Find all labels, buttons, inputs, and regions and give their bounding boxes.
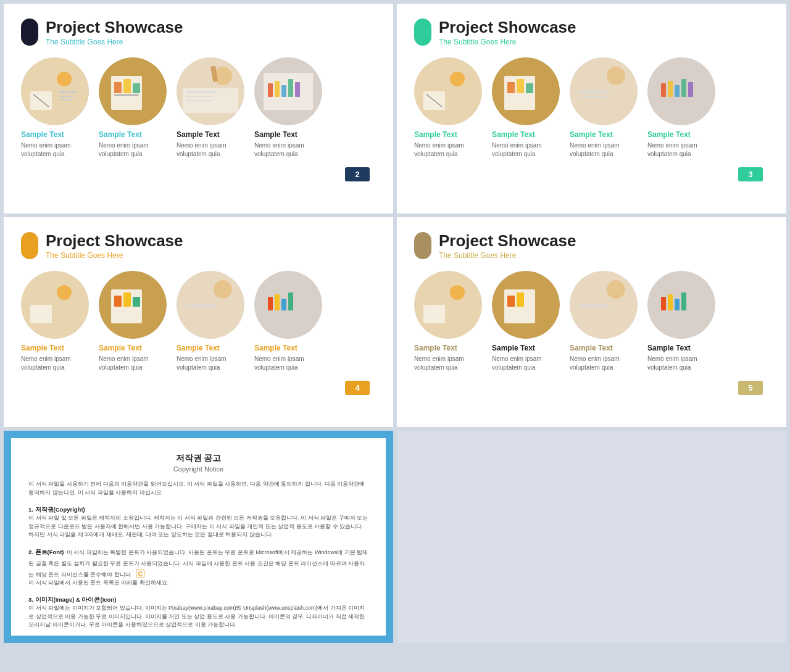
svg-rect-11	[133, 83, 140, 93]
item-desc: Nemo enim ipsam voluptatem quia	[647, 355, 715, 372]
slide-1-title: Project Showcase	[46, 19, 183, 36]
item-label: Sample Text	[647, 344, 691, 352]
copyright-label-1: 1. 저작권(Copyright)	[28, 506, 85, 513]
svg-rect-42	[668, 81, 673, 97]
svg-rect-9	[114, 82, 122, 93]
slide-4-img-4	[647, 271, 715, 339]
slide-4: Project Showcase The Subtitle Goes Here …	[397, 217, 786, 427]
svg-point-55	[214, 280, 232, 299]
list-item: Sample Text Nemo enim ipsam voluptatem q…	[492, 57, 560, 159]
svg-rect-47	[30, 305, 52, 323]
item-desc: Nemo enim ipsam voluptatem quia	[647, 141, 715, 159]
item-desc: Nemo enim ipsam voluptatem quia	[21, 355, 89, 372]
svg-rect-23	[275, 81, 280, 97]
list-item: Sample Text Nemo enim ipsam voluptatem q…	[21, 271, 89, 372]
item-desc: Nemo enim ipsam voluptatem quia	[414, 355, 482, 372]
item-label: Sample Text	[21, 344, 64, 352]
slide-2-subtitle: The Subtitle Goes Here	[439, 38, 576, 46]
svg-rect-71	[579, 305, 610, 307]
slide-2: Project Showcase The Subtitle Goes Here …	[397, 4, 786, 214]
copyright-title-kr: 저작권 공고	[28, 453, 368, 464]
svg-point-3	[57, 72, 72, 86]
slide-4-img-1	[414, 271, 482, 339]
slide-4-subtitle: The Subtitle Goes Here	[439, 251, 576, 260]
svg-point-70	[607, 280, 625, 299]
svg-point-62	[414, 271, 482, 339]
copyright-title-en: Copyright Notice	[28, 465, 368, 473]
svg-rect-18	[186, 96, 214, 97]
item-label: Sample Text	[414, 344, 457, 352]
copyright-text-1: 이 서식 파일 및 모든 파일은 제작자의 소유입니다. 제작자는 이 서식 파…	[28, 514, 368, 539]
slide-1-img-1	[21, 57, 89, 125]
svg-rect-67	[507, 296, 515, 307]
list-item: Sample Text Nemo enim ipsam voluptatem q…	[177, 271, 244, 372]
c-logo: C	[136, 570, 144, 578]
svg-rect-61	[288, 292, 293, 310]
svg-rect-44	[681, 79, 686, 97]
slide-4-title-block: Project Showcase The Subtitle Goes Here	[439, 232, 576, 260]
svg-rect-25	[288, 79, 293, 97]
slide-1-img-4	[254, 57, 322, 125]
slide-3-title-block: Project Showcase The Subtitle Goes Here	[46, 232, 183, 260]
copyright-section-1: 1. 저작권(Copyright) 이 서식 파일 및 모든 파일은 제작자의 …	[28, 503, 368, 539]
list-item: Sample Text Nemo enim ipsam voluptatem q…	[177, 57, 244, 159]
item-desc: Nemo enim ipsam voluptatem quia	[570, 355, 638, 372]
slide-3-img-3	[177, 271, 244, 339]
slide-2-img-3	[570, 57, 638, 125]
slide-4-badge	[414, 232, 431, 259]
svg-rect-60	[281, 299, 286, 310]
svg-rect-24	[281, 85, 286, 97]
svg-rect-73	[661, 297, 666, 310]
list-item: Sample Text Nemo enim ipsam voluptatem q…	[99, 57, 167, 159]
svg-rect-33	[507, 82, 515, 93]
list-item: Sample Text Nemo enim ipsam voluptatem q…	[254, 57, 322, 159]
copyright-footer: 이 서식 파일을 사용하기 전에 다음의 이용약관을 읽어보십시오. 이 서식 …	[28, 636, 368, 636]
slide-3-images: Sample Text Nemo enim ipsam voluptatem q…	[21, 271, 376, 372]
item-desc: Nemo enim ipsam voluptatem quia	[99, 141, 167, 159]
item-desc: Nemo enim ipsam voluptatem quia	[492, 355, 560, 372]
svg-rect-34	[517, 79, 524, 93]
slide-3-title: Project Showcase	[46, 232, 183, 250]
slide-2-title-block: Project Showcase The Subtitle Goes Here	[439, 19, 576, 46]
list-item: Sample Text Nemo enim ipsam voluptatem q…	[647, 271, 715, 372]
slide-4-footer: 5	[414, 381, 769, 396]
item-label: Sample Text	[254, 344, 297, 352]
page-number-2: 3	[738, 167, 763, 181]
list-item: Sample Text Nemo enim ipsam voluptatem q…	[570, 271, 638, 372]
slide-4-images: Sample Text Nemo enim ipsam voluptatem q…	[414, 271, 769, 372]
slide-1-title-block: Project Showcase The Subtitle Goes Here	[46, 19, 183, 46]
slide-3-subtitle: The Subtitle Goes Here	[46, 251, 183, 260]
svg-rect-45	[688, 82, 693, 97]
slide-2-img-4	[647, 57, 715, 125]
item-label: Sample Text	[647, 130, 691, 139]
svg-rect-68	[517, 292, 524, 307]
svg-rect-6	[59, 99, 72, 101]
main-grid: Project Showcase The Subtitle Goes Here …	[0, 0, 790, 647]
copyright-section-3: 3. 이미지(Image) & 아이콘(Icon) 이 서식 파일에는 이미지가…	[28, 593, 368, 629]
slide-4-header: Project Showcase The Subtitle Goes Here	[414, 232, 769, 260]
svg-rect-52	[123, 292, 131, 307]
item-desc: Nemo enim ipsam voluptatem quia	[21, 141, 89, 159]
copyright-section-2: 2. 폰트(Font) 이 서식 파일에는 특별한 폰트가 사용되었습니다. 사…	[28, 545, 368, 587]
item-desc: Nemo enim ipsam voluptatem quia	[492, 141, 560, 159]
slide-2-badge	[414, 19, 431, 46]
slide-2-header: Project Showcase The Subtitle Goes Here	[414, 19, 769, 46]
copyright-inner: 저작권 공고 Copyright Notice 이 서식 파일을 사용하기 전에…	[11, 438, 386, 636]
slide-3-header: Project Showcase The Subtitle Goes Here	[21, 232, 376, 260]
item-label: Sample Text	[99, 130, 142, 139]
item-label: Sample Text	[177, 130, 220, 139]
chevrons-3	[372, 381, 376, 396]
svg-rect-4	[58, 91, 77, 93]
slide-2-footer: 3	[414, 167, 769, 182]
list-item: Sample Text Nemo enim ipsam voluptatem q…	[99, 271, 167, 372]
copyright-section: 저작권 공고 Copyright Notice 이 서식 파일을 사용하기 전에…	[4, 431, 393, 643]
svg-rect-58	[268, 297, 273, 310]
svg-rect-56	[186, 305, 217, 307]
slide-2-title: Project Showcase	[439, 19, 576, 36]
slide-4-title: Project Showcase	[439, 232, 576, 250]
chevrons-4	[765, 381, 769, 396]
svg-point-48	[57, 285, 72, 300]
item-label: Sample Text	[99, 344, 142, 352]
svg-rect-35	[526, 83, 533, 93]
svg-point-37	[607, 67, 625, 85]
